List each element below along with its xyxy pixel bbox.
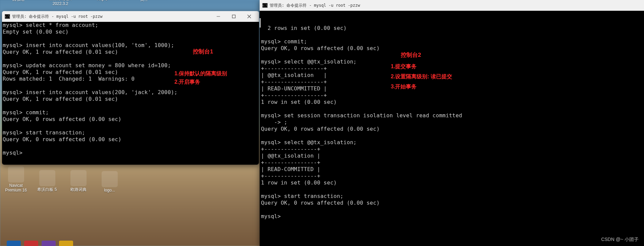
- taskbar-item[interactable]: [7, 241, 21, 246]
- taskbar-item[interactable]: [42, 241, 56, 246]
- desktop-icon[interactable]: 希沃白板 5: [35, 170, 60, 193]
- maximize-button[interactable]: [226, 11, 241, 22]
- icon-label: 欧路词典: [66, 187, 91, 193]
- desktop-icon[interactable]: 文件: [132, 0, 156, 6]
- terminal-window-1: c:\ 管理员: 命令提示符 - mysql -u root -pzzw mys…: [2, 11, 259, 165]
- annotation-console1-line1: 1.保持默认的隔离级别: [174, 70, 227, 77]
- close-button[interactable]: [241, 11, 257, 22]
- icon-sub-label: 2022.3.2: [49, 1, 72, 6]
- desktop-icon[interactable]: IntelliJ IDEA 2022.3.2: [49, 0, 72, 6]
- taskbar-item[interactable]: [59, 241, 73, 246]
- annotation-console1-title: 控制台1: [193, 48, 213, 55]
- terminal-output[interactable]: 2 rows in set (0.00 sec) mysql> commit; …: [260, 11, 644, 246]
- window-controls: [211, 11, 257, 22]
- desktop-icon[interactable]: 欧路词典: [66, 170, 91, 193]
- desktop-icons-top: 回收站 IntelliJ IDEA 2022.3.2 Xftp 5 文件: [7, 0, 156, 6]
- svg-rect-1: [232, 15, 235, 18]
- cmd-icon: c:\: [5, 14, 10, 19]
- app-icon: [70, 170, 87, 186]
- icon-label: 回收站: [7, 0, 30, 2]
- taskbar-item[interactable]: [24, 241, 38, 246]
- annotation-console2-line2: 2.设置隔离级别: 读已提交: [391, 73, 452, 80]
- minimize-button[interactable]: [211, 11, 226, 22]
- icon-label: 希沃白板 5: [35, 187, 60, 193]
- desktop-icon[interactable]: 回收站: [7, 0, 30, 6]
- icon-label: Navicat Premium 16: [3, 183, 29, 193]
- taskbar: [0, 240, 259, 246]
- terminal-output[interactable]: mysql> select * from account; Empty set …: [2, 22, 259, 165]
- icon-label: Xftp 5: [91, 0, 114, 1]
- annotation-console2-line3: 3.开始事务: [391, 83, 417, 90]
- annotation-console2-title: 控制台2: [401, 51, 421, 59]
- cmd-icon: c:\: [262, 3, 268, 8]
- app-icon: [39, 170, 55, 186]
- window-title: 管理员: 命令提示符 - mysql -u root -pzzw: [270, 3, 360, 8]
- desktop-icons-bottom: Navicat Premium 16 希沃白板 5 欧路词典 logo...: [3, 166, 122, 193]
- desktop-icon[interactable]: Xftp 5: [91, 0, 114, 6]
- annotation-console1-line2: 2.开启事务: [174, 79, 200, 86]
- app-icon: [102, 171, 118, 187]
- window-title: 管理员: 命令提示符 - mysql -u root -pzzw: [12, 14, 102, 19]
- desktop-icon[interactable]: logo...: [97, 171, 122, 193]
- titlebar[interactable]: c:\ 管理员: 命令提示符 - mysql -u root -pzzw: [260, 0, 644, 11]
- watermark: CSDN @~ 小团子: [601, 237, 639, 243]
- scroll-indicator: [260, 18, 261, 28]
- annotation-console2-line1: 1.提交事务: [391, 63, 417, 70]
- terminal-window-2: c:\ 管理员: 命令提示符 - mysql -u root -pzzw 2 r…: [260, 0, 644, 246]
- icon-label: 文件: [132, 0, 156, 2]
- app-icon: [8, 166, 24, 182]
- titlebar[interactable]: c:\ 管理员: 命令提示符 - mysql -u root -pzzw: [2, 11, 259, 22]
- icon-label: logo...: [97, 188, 122, 193]
- desktop-icon[interactable]: Navicat Premium 16: [3, 166, 29, 193]
